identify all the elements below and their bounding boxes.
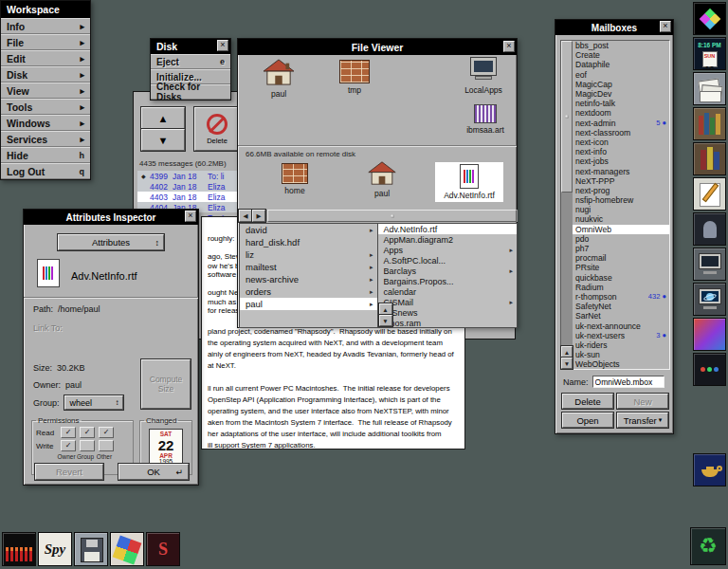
mailbox-row[interactable]: NeXT-PPP: [573, 176, 669, 186]
browser-row[interactable]: calendar: [378, 286, 518, 297]
mailbox-row[interactable]: uk-next-announce: [573, 321, 669, 330]
mailbox-row[interactable]: uk-sun: [573, 350, 669, 359]
shelf-item-paul[interactable]: paul: [249, 59, 308, 99]
menu-item[interactable]: View ▸: [1, 83, 90, 99]
perm-check-owner-read[interactable]: ✓: [61, 427, 76, 438]
close-icon[interactable]: ×: [660, 21, 671, 32]
app-icon-s[interactable]: S: [146, 532, 180, 566]
menu-item[interactable]: Edit ▸: [1, 50, 90, 66]
mailbox-row[interactable]: next-prog: [573, 186, 669, 195]
dock-icon-clock[interactable]: 8:16 PM SUN 19: [693, 37, 726, 70]
dock-icon-librarian[interactable]: [693, 107, 726, 140]
disk-menu-titlebar[interactable]: Disk ×: [151, 39, 230, 54]
browser-row[interactable]: AppMan.diagram2: [378, 234, 518, 245]
scroll-right-button[interactable]: ▶: [252, 210, 265, 222]
dock-icon-omniweb[interactable]: [693, 283, 726, 316]
mailbox-row[interactable]: SarNet: [573, 311, 669, 321]
menu-item[interactable]: Hide h: [1, 147, 90, 163]
mailbox-row[interactable]: uk-next-users 3 ●: [573, 331, 669, 340]
browser-row[interactable]: news-archive ▸: [240, 273, 377, 285]
mail-delete-button[interactable]: Delete: [194, 107, 240, 151]
mailbox-row[interactable]: uk-riders: [573, 340, 669, 350]
mailbox-row[interactable]: PRsite: [573, 263, 669, 272]
dock-icon-edit[interactable]: [693, 177, 726, 211]
menu-item[interactable]: Eject e: [151, 54, 230, 69]
mailbox-row[interactable]: pdo: [573, 234, 669, 244]
browser-row[interactable]: Apps ▸: [378, 245, 518, 255]
shelf-item-localapps[interactable]: LocalApps: [454, 58, 513, 95]
menu-item[interactable]: Info ▸: [1, 18, 90, 34]
dock-icon-next-logo[interactable]: [693, 2, 726, 35]
perm-check-owner-write[interactable]: ✓: [61, 440, 76, 451]
browser-row[interactable]: cmos.ram: [378, 318, 518, 327]
browser-row[interactable]: paul ▸: [240, 298, 377, 310]
mailbox-row[interactable]: eof: [573, 70, 669, 80]
browser-row[interactable]: A.SoftPC.local...: [378, 255, 518, 266]
menu-item[interactable]: Windows ▸: [1, 115, 90, 131]
shelf-item-ibmsaa[interactable]: ibmsaa.art: [456, 104, 515, 135]
horizontal-scrollbar[interactable]: ◀ ▶: [239, 210, 518, 222]
mailbox-row[interactable]: r-thompson 432 ●: [573, 292, 669, 302]
mailbox-row[interactable]: bbs_post: [573, 41, 669, 50]
mailbox-row[interactable]: next-classroom: [573, 128, 669, 138]
dock-icon-dark-app-2[interactable]: [693, 353, 726, 386]
scrollbar-thumb[interactable]: [267, 210, 517, 222]
menu-item[interactable]: Log Out q: [1, 163, 90, 179]
menu-item[interactable]: Disk ▸: [1, 66, 90, 83]
mailbox-row[interactable]: OmniWeb: [573, 225, 669, 234]
ok-button[interactable]: OK ↵: [118, 464, 189, 480]
compute-size-button[interactable]: Compute Size: [141, 359, 191, 409]
browser-row[interactable]: david ▸: [240, 224, 377, 236]
app-icon-spy[interactable]: Spy: [38, 532, 72, 566]
new-mailbox-button[interactable]: New: [617, 394, 668, 409]
mailbox-row[interactable]: MagicDev: [573, 89, 669, 99]
mailbox-row[interactable]: ph7: [573, 244, 669, 253]
app-icon-floppy[interactable]: [74, 532, 108, 566]
app-icon-colorful[interactable]: [110, 532, 144, 566]
mailbox-row[interactable]: WebObjects: [573, 359, 669, 369]
menu-item[interactable]: File ▸: [1, 34, 90, 50]
mailbox-row[interactable]: Radium: [573, 283, 669, 292]
mailbox-row[interactable]: next-jobs: [573, 156, 669, 166]
open-mailbox-button[interactable]: Open: [562, 413, 613, 428]
path-item-selected-file[interactable]: Adv.NetInfo.rtf: [435, 162, 503, 202]
file-viewer-titlebar[interactable]: File Viewer ×: [238, 39, 517, 55]
perm-check-other-write[interactable]: [99, 440, 114, 451]
inspector-mode-popup[interactable]: Attributes ↕: [58, 234, 164, 250]
mailbox-row[interactable]: Create: [573, 50, 669, 60]
perm-check-group-read[interactable]: ✓: [80, 427, 95, 438]
vertical-scrollbar[interactable]: ▲ ▼: [561, 41, 573, 369]
scroll-up-button[interactable]: ▲: [561, 346, 573, 358]
close-icon[interactable]: ×: [217, 40, 228, 51]
scroll-left-button[interactable]: ◀: [239, 210, 252, 222]
mailbox-row[interactable]: next-info: [573, 147, 669, 156]
dock-icon-graphics[interactable]: [693, 318, 726, 351]
mailbox-row[interactable]: SafetyNet: [573, 302, 669, 311]
group-popup[interactable]: wheel ↕: [64, 395, 123, 410]
mailbox-name-input[interactable]: [592, 376, 664, 388]
mailbox-row[interactable]: nuukvic: [573, 214, 669, 224]
revert-button[interactable]: Revert: [35, 464, 103, 480]
delete-mailbox-button[interactable]: Delete: [562, 394, 613, 409]
dock-icon-terminal[interactable]: [693, 248, 726, 281]
mailbox-row[interactable]: nugi: [573, 205, 669, 214]
dock-icon-books[interactable]: [693, 142, 726, 175]
menu-item[interactable]: Services ▸: [1, 131, 90, 147]
dock-icon-dark-app[interactable]: [693, 212, 726, 246]
mailbox-row[interactable]: next-managers: [573, 166, 669, 175]
app-icon-spectrum[interactable]: [2, 532, 36, 566]
mail-next-button[interactable]: ▼: [141, 129, 185, 151]
close-icon[interactable]: ×: [185, 211, 196, 222]
browser-row[interactable]: Bargains.Propos...: [378, 276, 518, 286]
mailbox-row[interactable]: netinfo-talk: [573, 99, 669, 108]
scroll-down-button[interactable]: ▼: [561, 358, 573, 369]
mailbox-row[interactable]: quickbase: [573, 273, 669, 283]
mail-prev-button[interactable]: ▲: [141, 107, 185, 129]
shelf-item-tmp[interactable]: tmp: [325, 60, 384, 95]
scroll-up-button[interactable]: ▲: [379, 303, 392, 315]
menu-item[interactable]: Tools ▸: [1, 99, 90, 115]
scrollbar-thumb[interactable]: [561, 41, 573, 193]
mailbox-row[interactable]: next-icon: [573, 138, 669, 147]
transfer-button[interactable]: Transfer ▾: [617, 413, 668, 428]
mailboxes-titlebar[interactable]: Mailboxes ×: [555, 20, 673, 35]
